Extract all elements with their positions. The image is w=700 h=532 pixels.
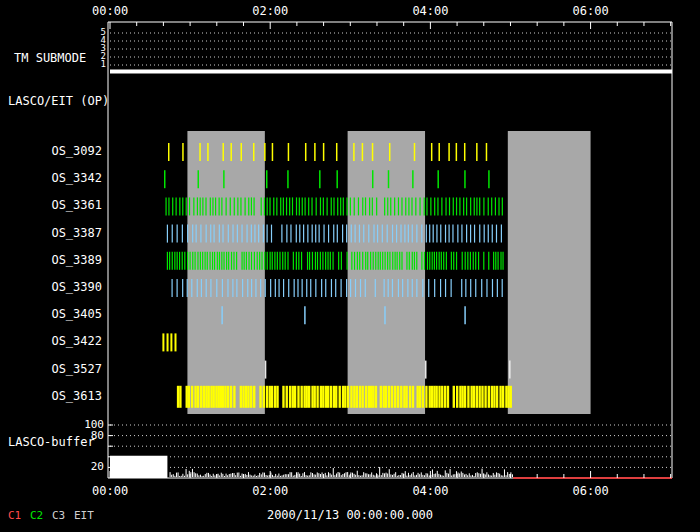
legend-item-c1: C1 xyxy=(8,510,21,522)
tm-submode-level-label: 1 xyxy=(96,60,106,70)
bottom-axis-tick-label: 06:00 xyxy=(573,485,609,498)
top-axis-tick-label: 02:00 xyxy=(252,5,288,18)
timeline-plot-canvas xyxy=(0,0,700,532)
bottom-axis-tick-label: 04:00 xyxy=(412,485,448,498)
bottom-axis-tick-label: 02:00 xyxy=(252,485,288,498)
top-axis-tick-label: 04:00 xyxy=(412,5,448,18)
os-row-label: OS_3405 xyxy=(30,308,102,321)
os-row-label: OS_3613 xyxy=(30,390,102,403)
os-row-label: OS_3390 xyxy=(30,281,102,294)
os-row-label: OS_3092 xyxy=(30,145,102,158)
os-row-label: OS_3342 xyxy=(30,172,102,185)
timeline-screen: TM SUBMODE LASCO/EIT (OP) LASCO-buffer 2… xyxy=(0,0,700,532)
legend-item-eit: EIT xyxy=(74,510,94,522)
lasco-eit-op-label: LASCO/EIT (OP) xyxy=(8,95,109,108)
tm-submode-label: TM SUBMODE xyxy=(14,52,86,65)
top-axis-tick-label: 06:00 xyxy=(573,5,609,18)
os-row-label: OS_3527 xyxy=(30,363,102,376)
buffer-ytick-label: 20 xyxy=(76,461,104,473)
buffer-ytick-label: 80 xyxy=(76,430,104,442)
os-row-label: OS_3389 xyxy=(30,254,102,267)
legend-item-c2: C2 xyxy=(30,510,43,522)
os-row-label: OS_3387 xyxy=(30,227,102,240)
datetime-label: 2000/11/13 00:00:00.000 xyxy=(0,509,700,522)
os-row-label: OS_3422 xyxy=(30,335,102,348)
bottom-axis-tick-label: 00:00 xyxy=(92,485,128,498)
top-axis-tick-label: 00:00 xyxy=(92,5,128,18)
os-row-label: OS_3361 xyxy=(30,199,102,212)
legend-item-c3: C3 xyxy=(52,510,65,522)
